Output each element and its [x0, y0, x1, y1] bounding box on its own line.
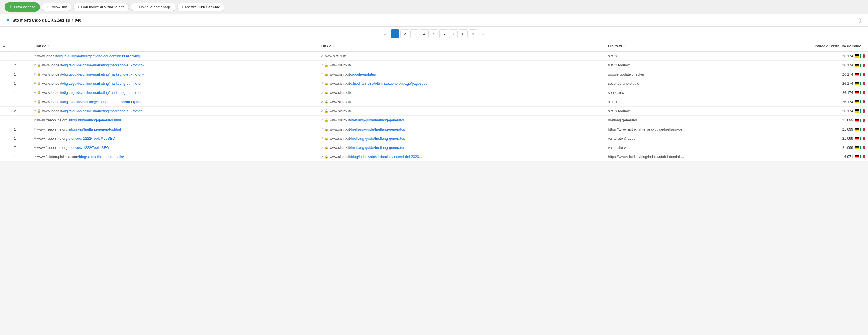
- link-da-url[interactable]: www.ionos.it/digitalguide/online-marketi…: [42, 91, 146, 95]
- flag-it: [860, 146, 865, 149]
- link-a-url[interactable]: www.sistrix.it/: [330, 109, 351, 113]
- link-a-url[interactable]: www.sistrix.it/: [324, 54, 346, 58]
- help-icon-link-da[interactable]: ?: [49, 44, 51, 48]
- row-link-a: ↗www.sistrix.it/: [317, 51, 605, 61]
- row-count: 1: [0, 70, 30, 79]
- link-a-url[interactable]: www.sistrix.it/google-updates: [330, 72, 376, 76]
- external-icon: ↗: [321, 146, 323, 149]
- table-row: 2↗🔒www.ionos.it/digitalguide/online-mark…: [0, 61, 868, 70]
- link-da-url[interactable]: www.freeonline.org/sitogratis/hreflang-g…: [37, 127, 121, 131]
- table-row: 1↗www.freeonline.org/sitogratis/hreflang…: [0, 116, 868, 125]
- row-linktext: seo sistrix: [605, 88, 748, 97]
- row-count: 1: [0, 97, 30, 106]
- flag-de: [855, 91, 859, 94]
- filter-visibility[interactable]: + Con Indice di Visibilità alto: [73, 3, 129, 11]
- page-9[interactable]: 9: [469, 30, 477, 38]
- link-da-url[interactable]: www.freeonline.org/elenco/c-1222/Tools%2…: [37, 137, 115, 141]
- link-a-url[interactable]: www.sistrix.it/chiedi-a-sistrix/ottimizz…: [330, 81, 431, 86]
- link-da-url[interactable]: www.ionos.it/digitalguide/online-marketi…: [42, 72, 146, 76]
- external-icon: ↗: [321, 91, 323, 95]
- flag-de: [855, 64, 859, 67]
- link-a-url[interactable]: www.sistrix.it/hreflang-guide/hreflang-g…: [330, 137, 406, 141]
- link-a-url[interactable]: www.sistrix.it/hreflang-guide/hreflang-g…: [330, 146, 404, 150]
- row-linktext: google update checker: [605, 70, 748, 79]
- country-flags: [855, 64, 865, 67]
- visibility-value: 26,174: [839, 54, 853, 58]
- row-link-a: ↗🔒www.sistrix.it/chiedi-a-sistrix/ottimi…: [317, 79, 605, 88]
- filter-follow-link[interactable]: + Follow link: [41, 3, 71, 11]
- row-link-da: ↗www.freeonline.org/elenco/c-1222/Tools …: [30, 143, 317, 152]
- lock-icon: 🔒: [324, 91, 329, 95]
- row-visibility: 21,099: [748, 125, 868, 134]
- help-icon-link-a[interactable]: ?: [334, 44, 336, 48]
- flag-de: [855, 146, 859, 149]
- link-da-url[interactable]: www.fisioterapiaitalia.com/blog/sistrix-…: [37, 155, 124, 159]
- link-da-url[interactable]: www.ionos.it/digitalguide/domini/gestion…: [42, 100, 145, 104]
- lock-icon: 🔒: [324, 100, 329, 104]
- link-da-url[interactable]: www.ionos.it/digitalguide/online-marketi…: [42, 81, 146, 86]
- row-link-da: ↗🔒www.ionos.it/digitalguide/domini/gesti…: [30, 97, 317, 106]
- flag-it: [860, 73, 865, 76]
- row-count: 1: [0, 51, 30, 61]
- external-icon: ↗: [33, 146, 36, 149]
- link-da-url[interactable]: www.freeonline.org/sitogratis/hreflang-g…: [37, 118, 121, 122]
- row-count: 1: [0, 134, 30, 143]
- link-a-url[interactable]: www.sistrix.it/hreflang-guide/hreflang-g…: [330, 118, 404, 122]
- link-a-url[interactable]: www.sistrix.it/: [330, 63, 351, 67]
- link-da-url[interactable]: www.freeonline.org/elenco/c-1222/Tools S…: [37, 146, 109, 150]
- country-flags: [855, 109, 865, 112]
- links-table-container: # Link da ? Link a ? Linktext ? Indice d…: [0, 41, 868, 162]
- visibility-value: 26,174: [839, 72, 853, 76]
- external-icon: ↗: [321, 81, 323, 85]
- flag-de: [855, 155, 859, 158]
- page-2[interactable]: 2: [401, 30, 409, 38]
- page-6[interactable]: 6: [439, 30, 448, 38]
- link-da-url[interactable]: www.ionos.it/digitalguide/online-marketi…: [42, 109, 146, 113]
- row-linktext: https://www.sistrix.it/hreflang-guide/hr…: [605, 125, 748, 134]
- external-icon: ↗: [33, 118, 36, 122]
- page-1[interactable]: 1: [391, 30, 399, 38]
- lock-icon: 🔒: [37, 63, 41, 67]
- table-row: 1↗🔒www.ionos.it/digitalguide/domini/gest…: [0, 97, 868, 106]
- lock-icon: 🔒: [37, 91, 41, 95]
- external-icon: ↗: [33, 72, 36, 76]
- external-icon: ↗: [33, 54, 36, 58]
- page-4[interactable]: 4: [420, 30, 429, 38]
- row-visibility: 26,174: [748, 70, 868, 79]
- filter-homepage[interactable]: + Link alla homepage: [131, 3, 175, 11]
- flag-it: [860, 109, 865, 112]
- row-visibility: 26,174: [748, 106, 868, 116]
- flag-it: [860, 100, 865, 103]
- visibility-value: 21,099: [839, 118, 853, 122]
- page-5[interactable]: 5: [430, 30, 438, 38]
- page-last[interactable]: »: [478, 30, 487, 38]
- external-icon: ↗: [321, 137, 323, 140]
- link-a-url[interactable]: www.sistrix.it/blog/indexwatch-i-domini-…: [330, 155, 422, 159]
- row-count: 1: [0, 88, 30, 97]
- link-a-url[interactable]: www.sistrix.it/hreflang-guide/hreflang-g…: [330, 127, 406, 131]
- row-count: 2: [0, 106, 30, 116]
- links-table: # Link da ? Link a ? Linktext ? Indice d…: [0, 41, 868, 162]
- col-header-linktext: Linktext ?: [605, 41, 748, 51]
- row-link-da: ↗🔒www.ionos.it/digitalguide/online-marke…: [30, 61, 317, 70]
- link-da-url[interactable]: www.ionos.it/digitalguide/domini/gestion…: [37, 54, 144, 58]
- link-da-url[interactable]: www.ionos.it/digitalguide/online-marketi…: [42, 63, 146, 67]
- help-icon-linktext[interactable]: ?: [624, 44, 626, 48]
- link-a-url[interactable]: www.sistrix.it/: [330, 91, 351, 95]
- row-link-da: ↗www.freeonline.org/sitogratis/hreflang-…: [30, 116, 317, 125]
- page-8[interactable]: 8: [459, 30, 467, 38]
- page-7[interactable]: 7: [449, 30, 458, 38]
- external-icon: ↗: [33, 127, 36, 131]
- page-3[interactable]: 3: [410, 30, 419, 38]
- filter-sitewide[interactable]: + Mostra i link Sitewide: [177, 3, 224, 11]
- row-count: 1: [0, 79, 30, 88]
- country-flags: [855, 137, 865, 140]
- row-link-da: ↗www.fisioterapiaitalia.com/blog/sistrix…: [30, 152, 317, 162]
- visibility-value: 26,174: [839, 81, 853, 86]
- external-icon: ↗: [321, 100, 323, 104]
- add-filter-button[interactable]: + Filtra adesso: [5, 2, 40, 12]
- flag-it: [860, 55, 865, 58]
- link-a-url[interactable]: www.sistrix.it/: [330, 100, 351, 104]
- page-first[interactable]: «: [381, 30, 390, 38]
- country-flags: [855, 155, 865, 158]
